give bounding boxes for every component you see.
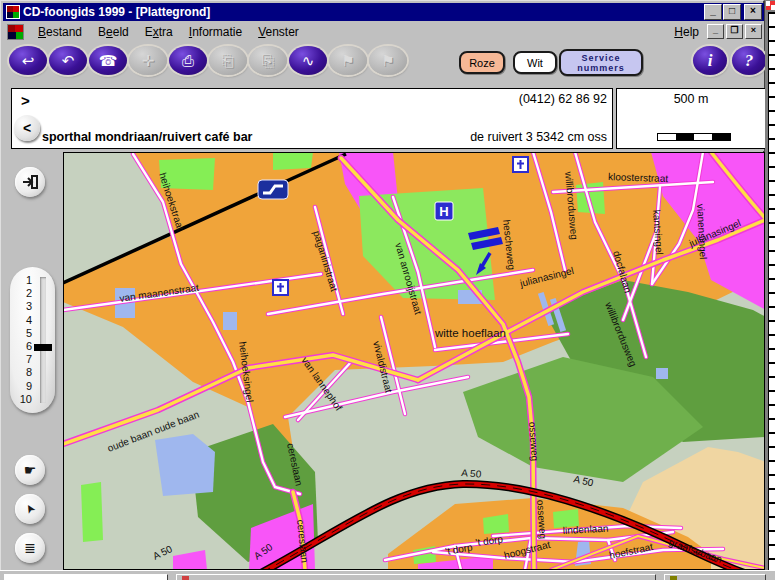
phone-button[interactable]: ☎: [89, 46, 127, 75]
back-button[interactable]: ↩: [9, 46, 47, 75]
zoom-level-8[interactable]: 8: [16, 366, 32, 379]
title-bar: CD-foongids 1999 - [Plattegrond] _ □ ×: [3, 3, 764, 21]
scale-bar: [657, 133, 731, 141]
info-row: > < (0412) 62 86 92 sporthal mondriaan/r…: [3, 86, 764, 151]
listing-panel: > < (0412) 62 86 92 sporthal mondriaan/r…: [11, 88, 613, 149]
background-app-icon: [766, 1, 775, 10]
menu-beeld[interactable]: Beeld: [90, 23, 137, 41]
help-button[interactable]: ?: [732, 46, 766, 75]
taskbar-button[interactable]: [664, 574, 766, 580]
street-label: kloosterstraat: [608, 171, 669, 184]
service-label-2: nummers: [577, 63, 625, 73]
copy-button: ⎘: [249, 46, 287, 75]
minimize-button[interactable]: _: [704, 4, 722, 20]
service-label-1: Service: [581, 53, 620, 63]
taskbar: [0, 570, 775, 580]
taskbar-app-icon: [670, 576, 677, 580]
listing-name: sporthal mondriaan/ruivert café bar: [42, 130, 252, 144]
enter-view-icon: [21, 173, 39, 191]
flag-previous-button: ⚑: [329, 46, 367, 75]
zoom-level-7[interactable]: 7: [16, 353, 32, 366]
menu-extra[interactable]: Extra: [137, 23, 181, 41]
page-setup-icon: ⎗: [222, 52, 234, 70]
undo-icon: ↶: [62, 52, 75, 70]
info-icon: i: [708, 51, 713, 71]
question-icon: ?: [745, 51, 754, 71]
zoom-level-5[interactable]: 5: [16, 327, 32, 340]
close-button[interactable]: ×: [744, 4, 762, 20]
taskbar-button[interactable]: [176, 574, 656, 580]
map-tool-sidebar: 1 2 3 4 5 6 7 8 9 10 ☛ ➤ ≣: [3, 151, 63, 571]
desktop: CD-foongids 1999 - [Plattegrond] _ □ × B…: [0, 0, 775, 580]
zoom-level-10[interactable]: 10: [16, 393, 32, 406]
back-icon: ↩: [22, 52, 35, 70]
list-icon: ≣: [24, 540, 36, 556]
print-icon: ⎙: [182, 52, 194, 70]
wit-label: Wit: [527, 57, 543, 69]
listing-phone: (0412) 62 86 92: [519, 92, 607, 106]
background-ruler: [768, 12, 775, 580]
menu-informatie[interactable]: Informatie: [181, 23, 250, 41]
scale-label: 500 m: [617, 92, 765, 106]
map-canvas[interactable]: heihoekstraat van maanenstraat heihoeksi…: [63, 152, 765, 570]
background-window-edge: [765, 0, 775, 580]
next-result-arrow[interactable]: >: [21, 92, 30, 109]
roze-label: Roze: [469, 57, 495, 69]
toolbar: ↩ ↶ ☎ ✛ ⎙ ⎗ ⎘ ∿ ⚑ ⚑ Roze Wit Service num…: [3, 42, 764, 86]
mdi-restore-button[interactable]: ❐: [726, 24, 743, 39]
chevron-left-icon: <: [23, 120, 31, 136]
info-button[interactable]: i: [693, 46, 727, 75]
taskbar-app-icon: [182, 576, 189, 580]
zoom-levels: 1 2 3 4 5 6 7 8 9 10: [16, 274, 32, 406]
menu-venster[interactable]: Venster: [250, 23, 307, 41]
zoom-handle[interactable]: [34, 344, 52, 351]
route-button[interactable]: ∿: [289, 46, 327, 75]
hand-icon: ☛: [24, 462, 37, 478]
route-icon: ∿: [302, 52, 315, 70]
church-icon: [513, 157, 528, 172]
maximize-button[interactable]: □: [723, 4, 741, 20]
flag-previous-icon: ⚑: [341, 52, 354, 70]
road-label: A 50: [461, 467, 482, 480]
hospital-icon: H: [435, 202, 453, 220]
menu-bar: Bestand Beeld Extra Informatie Venster H…: [3, 21, 764, 42]
service-nummers-button[interactable]: Service nummers: [559, 49, 643, 76]
zoom-level-9[interactable]: 9: [16, 380, 32, 393]
list-tool-button[interactable]: ≣: [15, 533, 45, 563]
mdi-minimize-button[interactable]: _: [707, 24, 724, 39]
witte-gids-button[interactable]: Wit: [513, 51, 557, 74]
svg-text:H: H: [439, 204, 448, 219]
zoom-level-6[interactable]: 6: [16, 340, 32, 353]
roze-gids-button[interactable]: Roze: [459, 51, 505, 74]
zoom-level-3[interactable]: 3: [16, 300, 32, 313]
zoom-level-1[interactable]: 1: [16, 274, 32, 287]
previous-result-button[interactable]: <: [14, 115, 40, 141]
cursor-arrow-icon: ➤: [21, 501, 38, 517]
church-icon: [273, 280, 288, 295]
mdi-close-button[interactable]: ×: [745, 24, 762, 39]
menu-bestand[interactable]: Bestand: [30, 23, 90, 41]
undo-button[interactable]: ↶: [49, 46, 87, 75]
taskbar-start-area[interactable]: [4, 574, 168, 580]
compass-button: ✛: [129, 46, 167, 75]
listing-address: de ruivert 3 5342 cm oss: [470, 130, 607, 144]
switch-view-button[interactable]: [15, 167, 45, 197]
select-tool-button[interactable]: ➤: [15, 494, 45, 524]
zoom-level-4[interactable]: 4: [16, 314, 32, 327]
window-title: CD-foongids 1999 - [Plattegrond]: [23, 5, 703, 19]
print-button[interactable]: ⎙: [169, 46, 207, 75]
street-label: witte hoeflaan: [434, 327, 506, 339]
copy-icon: ⎘: [262, 52, 274, 70]
flag-next-button: ⚑: [369, 46, 407, 75]
zoom-track[interactable]: [40, 277, 46, 403]
app-window: CD-foongids 1999 - [Plattegrond] _ □ × B…: [0, 0, 765, 580]
app-icon[interactable]: [6, 5, 20, 19]
flag-next-icon: ⚑: [381, 52, 394, 70]
pan-tool-button[interactable]: ☛: [15, 455, 45, 485]
menu-help[interactable]: Help: [666, 23, 707, 41]
zoom-slider[interactable]: 1 2 3 4 5 6 7 8 9 10: [10, 267, 55, 413]
document-icon[interactable]: [7, 24, 24, 40]
phone-icon: ☎: [99, 52, 118, 70]
zoom-level-2[interactable]: 2: [16, 287, 32, 300]
scale-panel: 500 m: [616, 88, 766, 149]
